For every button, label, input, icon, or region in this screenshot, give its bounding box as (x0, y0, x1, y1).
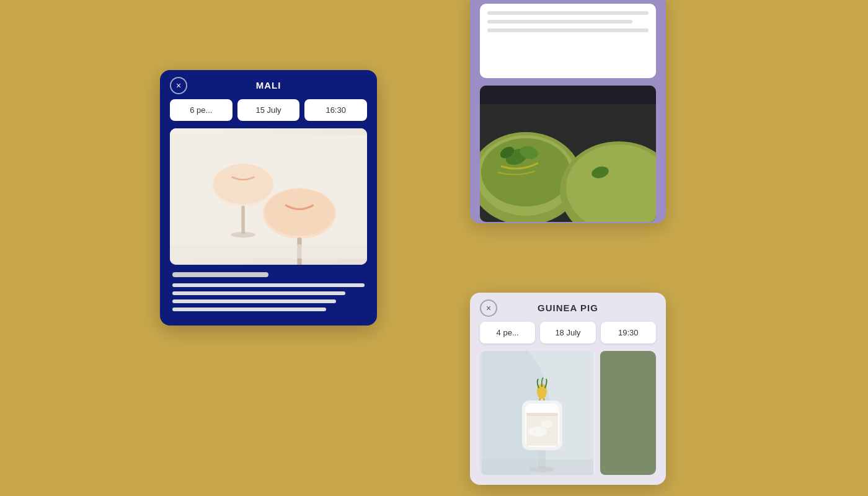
mali-cocktail-photo (170, 128, 367, 265)
mali-card-meta: 6 pe... 15 July 16:30 (170, 99, 367, 121)
guinea-pig-green-panel (600, 351, 656, 475)
gp-date-badge: 18 July (540, 322, 595, 343)
purple-card-soup-image (480, 86, 656, 222)
svg-rect-32 (482, 459, 593, 475)
guinea-pig-card: × GUINEA PIG 4 pe... 18 July 19:30 (470, 293, 666, 485)
purple-card-text (480, 4, 656, 78)
desc-line-2 (172, 291, 345, 295)
mali-card-title: MALI (256, 80, 281, 91)
svg-point-6 (265, 188, 335, 236)
svg-rect-19 (480, 86, 656, 104)
mali-time-badge: 16:30 (304, 99, 367, 121)
svg-rect-9 (170, 244, 367, 259)
purple-line-2 (487, 20, 632, 24)
mali-close-button[interactable]: × (170, 77, 187, 94)
svg-point-4 (231, 232, 255, 237)
desc-title-line (172, 272, 268, 277)
svg-rect-3 (241, 206, 244, 234)
gp-time-badge: 19:30 (601, 322, 656, 343)
mali-date-badge: 15 July (237, 99, 300, 121)
purple-card (470, 0, 666, 223)
mali-card-image (170, 128, 367, 265)
mali-guests-badge: 6 pe... (170, 99, 232, 121)
purple-line-3 (487, 29, 649, 32)
mali-card-description (170, 272, 367, 311)
gp-card-header: × GUINEA PIG (480, 303, 656, 313)
guinea-pig-card-title: GUINEA PIG (538, 303, 598, 313)
mali-card-header: × MALI (170, 80, 367, 91)
desc-line-1 (172, 283, 365, 287)
gp-guests-badge: 4 pe... (480, 322, 535, 343)
svg-rect-26 (526, 413, 558, 416)
guinea-pig-close-button[interactable]: × (480, 299, 497, 317)
svg-point-28 (541, 420, 553, 428)
purple-line-1 (487, 11, 649, 15)
desc-line-4 (172, 308, 326, 311)
guinea-pig-meta: 4 pe... 18 July 19:30 (480, 322, 656, 343)
guinea-pig-drink-image (480, 351, 595, 475)
svg-point-27 (528, 427, 547, 436)
desc-line-3 (172, 299, 336, 303)
mali-card: × MALI 6 pe... 15 July 16:30 (160, 70, 377, 326)
guinea-pig-image-row (480, 351, 656, 475)
svg-point-2 (213, 164, 273, 204)
